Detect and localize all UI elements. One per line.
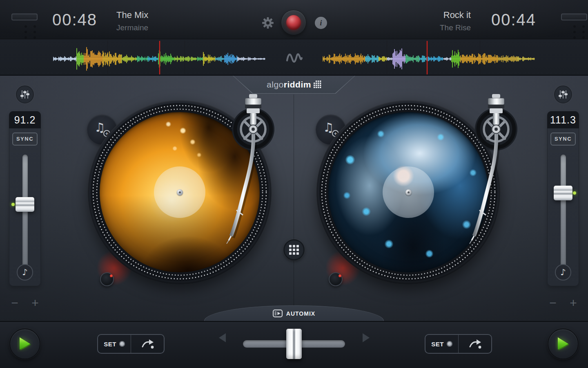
view-grid-button[interactable] xyxy=(283,239,305,260)
deck-b-play-button[interactable] xyxy=(548,328,579,359)
deck-b-track-info: Rock it The Rise xyxy=(440,10,471,32)
deck-b-tonearm[interactable] xyxy=(463,93,533,249)
play-box-icon xyxy=(273,310,283,317)
green-triangle-icon xyxy=(17,336,33,352)
deck-b-elapsed-time: 00:44 xyxy=(485,11,536,29)
deck-a-key-button[interactable]: ♪ xyxy=(17,264,33,280)
deck-area: algo riddim ♫ + xyxy=(0,76,588,321)
deck-b-tempo-minus-button[interactable]: − xyxy=(546,297,559,310)
deck-b-track-title: Rock it xyxy=(440,10,471,20)
sine-squiggle-icon xyxy=(284,51,304,65)
deck-a-pitch-slider-track[interactable] xyxy=(22,155,28,271)
deck-a-play-button[interactable] xyxy=(9,328,40,359)
gear-icon xyxy=(261,16,274,29)
deck-a-bpm-display: 91.2 xyxy=(9,111,41,128)
brand-tab: algo riddim xyxy=(233,76,355,94)
deck-divider xyxy=(294,94,294,321)
deck-b-sync-button[interactable]: SYNC xyxy=(550,132,576,146)
waveform-strip xyxy=(0,39,588,76)
deck-b-tempo-plus-button[interactable]: + xyxy=(567,297,580,310)
brand-prefix: algo xyxy=(267,80,284,90)
transport-bar: SET SET xyxy=(0,321,588,368)
deck-b-pitch-slider-handle[interactable] xyxy=(554,186,572,200)
deck-b-jump-cue-button[interactable] xyxy=(458,335,491,353)
deck-a-tempo-plus-button[interactable]: + xyxy=(29,297,42,310)
deck-a-pitch-slider-handle[interactable] xyxy=(16,197,34,212)
volume-fader-handle[interactable] xyxy=(11,13,38,20)
deck-b-eq-button[interactable] xyxy=(554,85,572,103)
deck-a-elapsed-time: 00:48 xyxy=(52,11,97,29)
deck-a-strobe-knob xyxy=(100,272,114,286)
brand-suffix: riddim xyxy=(284,80,311,90)
curved-arrow-icon xyxy=(468,338,482,350)
deck-a-track-info: The Mix Jermaine xyxy=(116,10,148,32)
3x3-grid-icon xyxy=(289,245,299,255)
automix-button[interactable]: AUTOMIX xyxy=(204,305,384,321)
deck-b-waveform[interactable] xyxy=(323,40,535,75)
deck-a-track-title: The Mix xyxy=(116,10,148,20)
record-button[interactable] xyxy=(281,10,306,35)
dot-matrix-logo-icon xyxy=(314,81,321,88)
deck-b-cue-controls: SET xyxy=(425,334,492,354)
info-button[interactable]: i xyxy=(315,17,327,29)
deck-b-bpm-display: 111.3 xyxy=(547,111,579,128)
set-label: SET xyxy=(431,341,444,348)
cue-point-icon xyxy=(119,341,125,347)
crossfader-left-arrow-icon[interactable] xyxy=(219,333,226,342)
record-icon xyxy=(286,15,301,30)
deck-b-strobe-knob xyxy=(329,272,343,286)
crossfader-right-arrow-icon[interactable] xyxy=(363,333,370,342)
deck-a-tonearm[interactable] xyxy=(220,93,290,249)
vertical-sliders-icon xyxy=(557,89,569,100)
deck-a-sync-button[interactable]: SYNC xyxy=(12,132,38,146)
settings-button[interactable] xyxy=(261,16,274,29)
deck-a-waveform[interactable] xyxy=(53,40,265,75)
deck-a-track-artist: Jermaine xyxy=(116,23,148,32)
spindle xyxy=(405,189,412,195)
volume-fader-handle[interactable] xyxy=(561,13,587,20)
deck-b-pitch-slider-track[interactable] xyxy=(561,155,566,271)
top-bar: 00:48 The Mix Jermaine i Rock it The Ris… xyxy=(0,0,588,39)
deck-a-tempo-minus-button[interactable]: − xyxy=(8,297,21,310)
green-triangle-icon xyxy=(555,336,571,352)
deck-a-cue-controls: SET xyxy=(97,334,165,354)
deck-b-track-artist: The Rise xyxy=(440,23,471,32)
deck-a-pitch-indicator xyxy=(11,203,15,206)
crossfader-handle[interactable] xyxy=(286,329,302,359)
deck-b-pitch-indicator xyxy=(573,191,576,195)
cue-point-icon xyxy=(447,341,452,347)
deck-b-key-button[interactable]: ♪ xyxy=(555,264,571,280)
set-label: SET xyxy=(104,341,116,348)
deck-a-set-cue-button[interactable]: SET xyxy=(98,335,131,353)
spindle xyxy=(177,189,183,195)
vertical-sliders-icon xyxy=(19,89,31,100)
deck-a-jump-cue-button[interactable] xyxy=(131,335,164,353)
deck-b-set-cue-button[interactable]: SET xyxy=(425,335,458,353)
automix-label: AUTOMIX xyxy=(286,310,315,317)
waveform-zoom-button[interactable] xyxy=(284,51,304,65)
deck-a-eq-button[interactable] xyxy=(16,85,34,103)
curved-arrow-icon xyxy=(140,338,155,350)
